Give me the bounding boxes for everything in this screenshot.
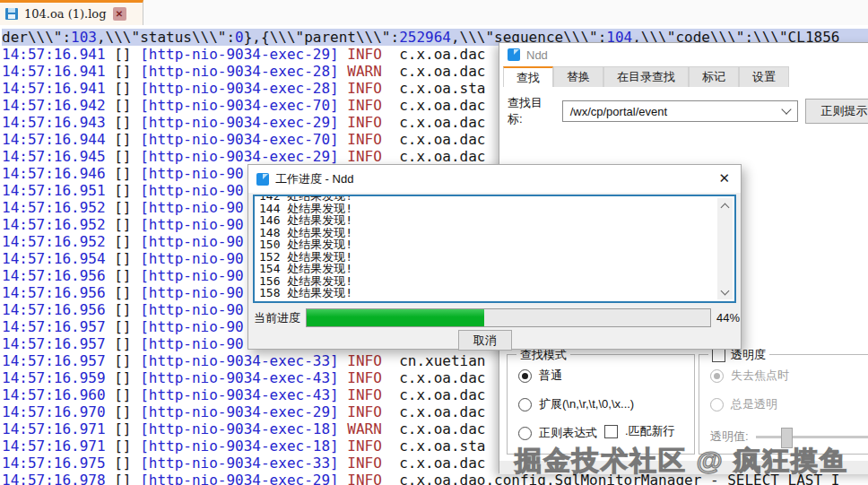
find-tab-3[interactable]: 标记: [689, 66, 739, 87]
ndd-app-icon: [508, 48, 520, 61]
result-item: 158 处结果发现!: [259, 287, 734, 299]
file-tab-title: 104.oa (1).log: [24, 7, 107, 21]
radio-icon[interactable]: [710, 369, 724, 383]
find-dialog-title: Ndd: [526, 48, 548, 62]
find-tab-1[interactable]: 替换: [553, 66, 603, 87]
result-item: 148 处结果发现!: [259, 227, 734, 239]
result-item: 156 处结果发现!: [259, 275, 734, 288]
find-tab-4[interactable]: 设置: [739, 66, 789, 87]
progress-bar-fill: [307, 309, 484, 326]
radio-icon[interactable]: [710, 398, 724, 411]
transparency-value-label: 透明值:: [710, 429, 749, 445]
result-item: 144 处结果发现!: [259, 203, 734, 215]
radio-label: 总是透明: [731, 396, 777, 412]
radio-label: 失去焦点时: [731, 368, 789, 384]
tab-close-icon[interactable]: ✕: [113, 7, 126, 21]
progress-percent: 44%: [716, 311, 740, 325]
cancel-button[interactable]: 取消: [458, 330, 512, 351]
progress-dialog-title: 工作进度 - Ndd: [275, 171, 353, 187]
regex-hint-button[interactable]: 正则提示: [805, 99, 868, 124]
scroll-down-icon[interactable]: [717, 284, 733, 299]
progress-label: 当前进度: [254, 310, 300, 326]
transparency-checkbox[interactable]: [712, 349, 725, 362]
transparency-slider-thumb[interactable]: [781, 428, 793, 448]
progress-row: 当前进度 44%: [254, 308, 740, 327]
progress-bar: [306, 308, 711, 327]
find-target-value: /wx/cp/portal/event: [570, 105, 667, 118]
radio-icon[interactable]: [518, 427, 532, 440]
save-icon: [5, 8, 18, 20]
progress-dialog-titlebar[interactable]: 工作进度 - Ndd: [248, 165, 741, 193]
match-newline-option[interactable]: .匹配新行: [604, 423, 675, 439]
file-tab[interactable]: 104.oa (1).log ✕: [0, 0, 143, 25]
radio-label: 正则表达式: [539, 425, 597, 441]
radio-option-1[interactable]: 总是透明: [710, 396, 868, 412]
progress-results-list[interactable]: 142 处结果发现!144 处结果发现!146 处结果发现!148 处结果发现!…: [253, 195, 736, 303]
result-item: 154 处结果发现!: [259, 263, 734, 275]
result-item: 146 处结果发现!: [259, 214, 734, 227]
scroll-up-icon[interactable]: [717, 198, 733, 213]
radio-option-0[interactable]: 普通: [518, 368, 694, 384]
transparency-options: 失去焦点时总是透明: [699, 368, 868, 412]
radio-option-1[interactable]: 扩展(\n,\r,\t,\0,\x...): [518, 396, 694, 412]
transparency-group: 透明度 失去焦点时总是透明 透明值:: [699, 354, 868, 455]
search-mode-group: 查找模式 普通扩展(\n,\r,\t,\0,\x...)正则表达式 .匹配新行: [507, 354, 695, 455]
radio-label: 扩展(\n,\r,\t,\0,\x...): [539, 396, 634, 412]
transparency-slider[interactable]: [756, 436, 868, 438]
ndd-app-icon: [256, 173, 269, 186]
find-tab-2[interactable]: 在目录查找: [603, 66, 689, 87]
chevron-down-icon: [781, 104, 791, 114]
result-item: 150 处结果发现!: [259, 238, 734, 251]
tab-bar: 104.oa (1).log ✕: [0, 0, 868, 26]
progress-dialog: 工作进度 - Ndd ✕ 142 处结果发现!144 处结果发现!146 处结果…: [247, 164, 742, 350]
radio-icon[interactable]: [518, 398, 532, 411]
transparency-value-row: 透明值:: [710, 429, 868, 445]
result-item: 152 处结果发现!: [259, 251, 734, 264]
find-target-label: 查找目标:: [508, 95, 555, 127]
find-dialog-titlebar[interactable]: Ndd: [499, 43, 868, 66]
app-window: 104.oa (1).log ✕ der\\\":103,\\\"status\…: [0, 0, 868, 485]
find-dialog-tabs: 查找替换在目录查找标记设置: [503, 66, 789, 87]
match-newline-checkbox[interactable]: [604, 425, 618, 438]
match-newline-label: .匹配新行: [625, 423, 675, 439]
radio-option-0[interactable]: 失去焦点时: [710, 368, 868, 384]
find-dialog-status-strip: [499, 461, 868, 474]
find-target-combobox[interactable]: /wx/cp/portal/event: [562, 100, 798, 122]
radio-icon[interactable]: [518, 369, 532, 383]
results-scrollbar[interactable]: [717, 198, 733, 299]
find-target-row: 查找目标: /wx/cp/portal/event 正则提示: [508, 95, 868, 127]
close-icon[interactable]: ✕: [718, 171, 730, 185]
find-tab-0[interactable]: 查找: [503, 66, 553, 87]
radio-label: 普通: [539, 368, 562, 384]
